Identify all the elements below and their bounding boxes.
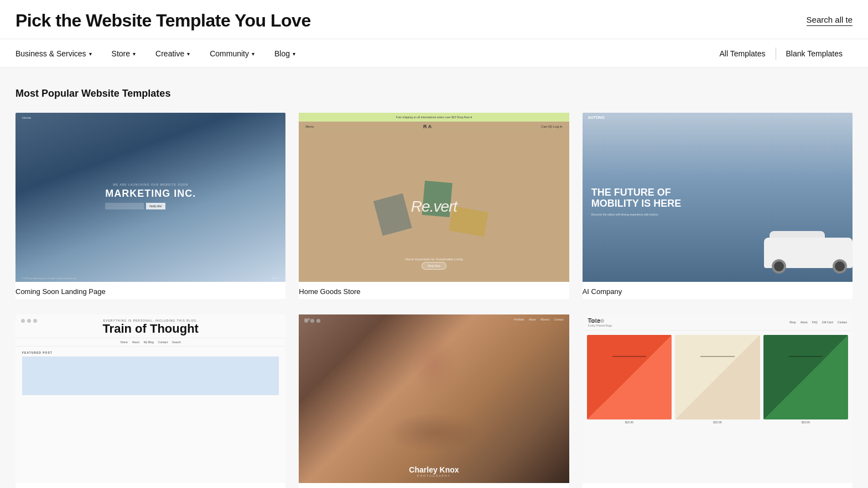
dot-red bbox=[304, 319, 308, 323]
template-card-home-goods[interactable]: Free shipping on all international order… bbox=[299, 113, 569, 298]
nav-blog[interactable]: Blog ▾ bbox=[264, 39, 305, 68]
dot-green bbox=[600, 319, 604, 323]
train-preview: EVERYTHING IS PERSONAL, INCLUDING THIS B… bbox=[15, 314, 285, 483]
nav-business-services[interactable]: Business & Services ▾ bbox=[15, 39, 102, 68]
blog-nav-home: Home bbox=[120, 340, 127, 344]
dot-yellow bbox=[27, 319, 31, 323]
preview-footer: © 2023 by Marketing Inc. Proudly created… bbox=[15, 274, 285, 282]
preview-blog-nav: Home About My Blog Contact Search bbox=[15, 338, 285, 347]
tote-product-1: $15.00 bbox=[587, 335, 672, 479]
coming-soon-preview: Home WE ARE LAUNCHING OUR WEBSITE SOON M… bbox=[15, 113, 285, 281]
tote-sub: Funky Printed Bags bbox=[588, 324, 612, 327]
preview-hero: Re.vert Home Essentials for Sustainable … bbox=[299, 132, 569, 281]
tote-nav-links: Shop About FAQ Gift Card Contact bbox=[789, 321, 847, 324]
template-name-charley: Charley Knox Photography bbox=[299, 483, 569, 488]
blog-nav-blog: My Blog bbox=[144, 340, 154, 344]
preview-copyright: © 2023 by Marketing Inc. Proudly created… bbox=[22, 277, 77, 280]
tote-handle-1 bbox=[612, 356, 646, 381]
dot-red bbox=[21, 319, 25, 323]
template-preview-train: EVERYTHING IS PERSONAL, INCLUDING THIS B… bbox=[15, 314, 285, 483]
dot-green bbox=[316, 319, 320, 323]
template-preview-home-goods: Free shipping on all international order… bbox=[299, 113, 569, 281]
tote-image-3 bbox=[763, 335, 848, 419]
home-goods-preview: Free shipping on all international order… bbox=[299, 113, 569, 281]
tote-handle-3 bbox=[789, 356, 823, 381]
tote-handle-2 bbox=[700, 356, 734, 381]
template-grid: Home WE ARE LAUNCHING OUR WEBSITE SOON M… bbox=[15, 113, 853, 488]
dot-yellow bbox=[310, 319, 314, 323]
nav-store[interactable]: Store ▾ bbox=[102, 39, 145, 68]
chevron-down-icon: ▾ bbox=[187, 51, 190, 57]
preview-socials: in f ✕ bbox=[272, 276, 279, 280]
photo-nav-links: Portfolio About Albums Contact bbox=[514, 318, 563, 321]
main-content: Most Popular Website Templates Home WE A… bbox=[0, 68, 868, 488]
template-card-charley-knox[interactable]: CKP Portfolio About Albums Contact Charl… bbox=[299, 314, 569, 488]
preview-eyebrow: WE ARE LAUNCHING OUR WEBSITE SOON bbox=[105, 183, 196, 186]
section-title: Most Popular Website Templates bbox=[15, 88, 853, 99]
chevron-down-icon: ▾ bbox=[133, 51, 136, 57]
main-nav: Business & Services ▾ Store ▾ Creative ▾… bbox=[0, 39, 868, 68]
window-dots bbox=[21, 319, 37, 323]
tote-price-3: $15.00 bbox=[802, 421, 810, 424]
preview-brand: R A bbox=[423, 124, 432, 129]
template-name-tote: Tote bbox=[583, 483, 853, 488]
nav-creative[interactable]: Creative ▾ bbox=[145, 39, 200, 68]
template-preview-ai: AUTONO THE FUTURE OF MOBILITY IS HERE Di… bbox=[583, 113, 853, 281]
person-overlay bbox=[299, 314, 569, 483]
nav-community[interactable]: Community ▾ bbox=[200, 39, 264, 68]
preview-ai-heading: THE FUTURE OF MOBILITY IS HERE bbox=[591, 187, 730, 209]
photographer-name: Charley Knox bbox=[304, 465, 563, 474]
blog-nav-contact: Contact bbox=[158, 340, 168, 344]
dot-green bbox=[33, 319, 37, 323]
template-card-tote[interactable]: Tote Funky Printed Bags Shop About FAQ G… bbox=[583, 314, 853, 488]
template-card-coming-soon[interactable]: Home WE ARE LAUNCHING OUR WEBSITE SOON M… bbox=[15, 113, 285, 298]
template-name-train: Train of Thought bbox=[15, 483, 285, 488]
preview-shop-btn: Shop Now bbox=[422, 262, 446, 270]
photographer-sub: PHOTOGRAPHY bbox=[304, 474, 563, 477]
chevron-down-icon: ▾ bbox=[293, 51, 295, 57]
chevron-down-icon: ▾ bbox=[89, 51, 92, 57]
page-title: Pick the Website Template You Love bbox=[15, 10, 311, 31]
preview-notify-btn: Notify Me! bbox=[146, 203, 165, 209]
search-area[interactable]: Search all te bbox=[807, 15, 853, 26]
search-underline bbox=[807, 25, 853, 26]
template-name-home-goods: Home Goods Store bbox=[299, 282, 569, 299]
dot-red bbox=[588, 319, 592, 323]
window-dots bbox=[588, 319, 604, 323]
blog-nav-about: About bbox=[132, 340, 139, 344]
preview-brand-text: Re.vert bbox=[411, 198, 457, 216]
photo-nav-albums: Albums bbox=[540, 318, 550, 321]
tote-preview: Tote Funky Printed Bags Shop About FAQ G… bbox=[583, 314, 853, 483]
preview-blog-header: EVERYTHING IS PERSONAL, INCLUDING THIS B… bbox=[15, 314, 285, 338]
template-card-ai-company[interactable]: AUTONO THE FUTURE OF MOBILITY IS HERE Di… bbox=[583, 113, 853, 298]
preview-subtitle: Home Essentials for Sustainable Living bbox=[299, 258, 569, 261]
preview-big-title: MARKETING INC. bbox=[105, 188, 196, 198]
tote-nav-contact: Contact bbox=[838, 321, 847, 324]
dot-yellow bbox=[594, 319, 598, 323]
preview-menu-left: Menu bbox=[305, 125, 314, 128]
preview-autono-nav: AUTONO bbox=[583, 113, 853, 122]
header: Pick the Website Template You Love Searc… bbox=[0, 0, 868, 39]
nav-all-templates[interactable]: All Templates bbox=[710, 39, 776, 68]
preview-nav: Home bbox=[15, 113, 285, 123]
preview-car bbox=[747, 229, 853, 274]
tote-nav-about: About bbox=[801, 321, 808, 324]
nav-right: All Templates Blank Templates bbox=[710, 39, 853, 68]
tote-product-2: $15.00 bbox=[675, 335, 760, 479]
preview-photo-nav: CKP Portfolio About Albums Contact bbox=[299, 314, 569, 324]
template-name-coming-soon: Coming Soon Landing Page bbox=[15, 282, 285, 299]
template-card-train-of-thought[interactable]: EVERYTHING IS PERSONAL, INCLUDING THIS B… bbox=[15, 314, 285, 488]
search-all-link[interactable]: Search all te bbox=[807, 15, 853, 24]
chevron-down-icon: ▾ bbox=[252, 51, 254, 57]
template-preview-tote: Tote Funky Printed Bags Shop About FAQ G… bbox=[583, 314, 853, 483]
tote-image-1 bbox=[587, 335, 672, 419]
nav-blank-templates[interactable]: Blank Templates bbox=[776, 39, 853, 68]
photo-nav-portfolio: Portfolio bbox=[514, 318, 524, 321]
preview-topbar: Free shipping on all international order… bbox=[299, 113, 569, 122]
preview-ai-sub: Discover the safest self-driving experie… bbox=[591, 213, 718, 216]
photo-preview: CKP Portfolio About Albums Contact Charl… bbox=[299, 314, 569, 483]
preview-tote-nav: Tote Funky Printed Bags Shop About FAQ G… bbox=[583, 314, 853, 330]
tote-nav-faq: FAQ bbox=[812, 321, 818, 324]
preview-photographer-details: Charley Knox PHOTOGRAPHY bbox=[299, 460, 569, 483]
ai-preview: AUTONO THE FUTURE OF MOBILITY IS HERE Di… bbox=[583, 113, 853, 281]
